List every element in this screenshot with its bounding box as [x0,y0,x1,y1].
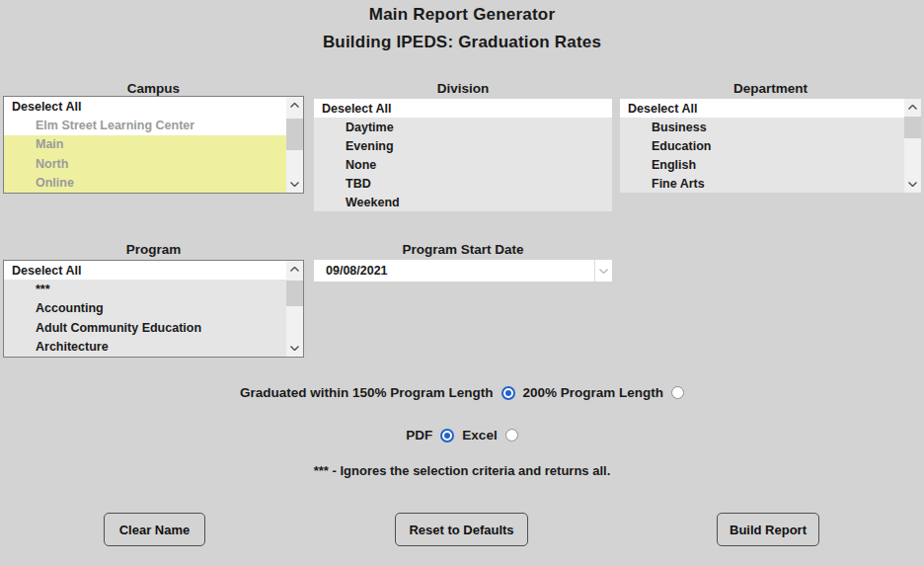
division-label: Division [314,81,612,96]
scroll-down-icon[interactable] [286,176,303,193]
radio-excel[interactable] [505,429,518,442]
campus-option-elm-street[interactable]: Elm Street Learning Center [4,116,286,134]
campus-listbox: Deselect All Elm Street Learning Center … [3,96,304,194]
graduated-200-label: 200% Program Length [523,385,664,400]
program-option-architecture[interactable]: Architecture [4,338,286,357]
scroll-up-icon[interactable] [904,99,921,116]
campus-option-main[interactable]: Main [4,135,286,154]
campus-option-online[interactable]: Online [4,174,286,193]
radio-150-program-length[interactable] [501,386,515,400]
program-scrollbar-thumb[interactable] [286,281,303,306]
clear-name-button[interactable]: Clear Name [104,513,205,546]
program-start-date-value: 09/08/2021 [326,264,388,278]
graduated-150-label: Graduated within 150% Program Length [240,385,494,400]
department-scrollbar-thumb[interactable] [904,117,921,138]
program-option-adult-community-education[interactable]: Adult Community Education [4,318,286,337]
program-listbox: Deselect All *** Accounting Adult Commun… [3,260,304,358]
chevron-down-icon[interactable] [594,260,612,282]
program-start-date-label: Program Start Date [314,242,612,257]
program-option-wildcard[interactable]: *** [4,280,286,298]
campus-label: Campus [3,81,304,96]
scroll-down-icon[interactable] [904,176,921,193]
campus-scrollbar[interactable] [286,97,303,193]
campus-option-north[interactable]: North [4,154,286,173]
division-option-daytime[interactable]: Daytime [314,118,612,136]
reset-to-defaults-button[interactable]: Reset to Defaults [395,513,528,546]
output-format-options: PDF Excel [0,428,924,443]
program-option-accounting[interactable]: Accounting [4,299,286,318]
scroll-up-icon[interactable] [286,97,303,114]
division-option-evening[interactable]: Evening [314,136,612,155]
graduation-length-options: Graduated within 150% Program Length 200… [0,385,924,400]
radio-pdf[interactable] [440,429,454,443]
department-option-english[interactable]: English [620,155,904,174]
program-label: Program [3,242,304,257]
department-option-education[interactable]: Education [620,136,904,155]
program-option-deselect-all[interactable]: Deselect All [4,261,286,280]
department-scrollbar[interactable] [904,99,921,193]
program-start-date-combobox[interactable]: 09/08/2021 [314,260,612,282]
division-option-deselect-all[interactable]: Deselect All [314,99,612,118]
department-option-business[interactable]: Business [620,118,904,136]
department-option-fine-arts[interactable]: Fine Arts [620,174,904,193]
pdf-label: PDF [406,428,432,443]
campus-scrollbar-thumb[interactable] [286,119,303,150]
division-listbox: Deselect All Daytime Evening None TBD We… [314,99,612,211]
department-label: Department [620,81,921,96]
division-option-none[interactable]: None [314,155,612,174]
scroll-down-icon[interactable] [286,340,303,357]
radio-200-program-length[interactable] [671,386,684,399]
build-report-button[interactable]: Build Report [717,513,819,546]
division-option-weekend[interactable]: Weekend [314,193,612,211]
wildcard-note: *** - Ignores the selection criteria and… [0,463,924,478]
page-subtitle: Building IPEDS: Graduation Rates [0,33,924,52]
excel-label: Excel [462,428,497,443]
program-scrollbar[interactable] [286,261,303,357]
department-listbox: Deselect All Business Education English … [620,99,921,193]
department-option-deselect-all[interactable]: Deselect All [620,99,904,118]
scroll-up-icon[interactable] [286,261,303,278]
division-option-tbd[interactable]: TBD [314,174,612,193]
page-title: Main Report Generator [0,5,924,25]
main-report-generator-window: { "colors": { "page_bg": "#d3d3d3", "row… [0,0,924,566]
campus-option-deselect-all[interactable]: Deselect All [4,97,286,116]
